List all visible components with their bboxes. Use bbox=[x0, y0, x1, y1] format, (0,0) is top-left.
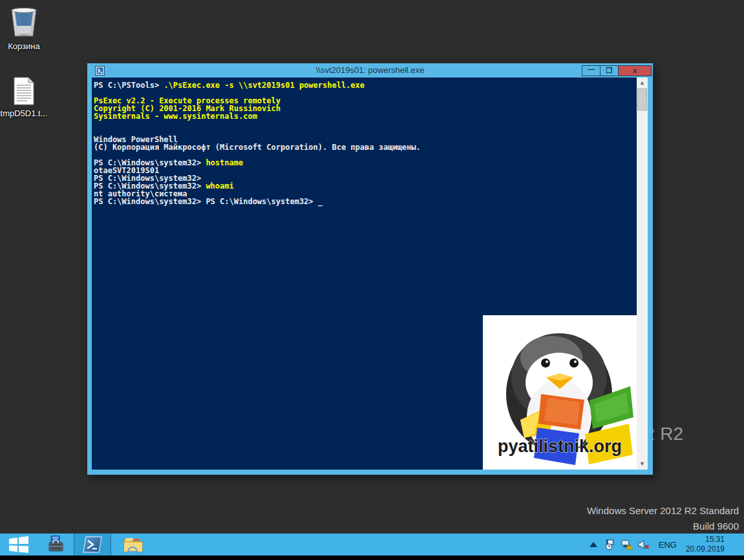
clock-time: 15:31 bbox=[686, 535, 725, 544]
powershell-window: \\svt2019s01: powershell.exe — ❒ x PS C:… bbox=[87, 63, 653, 475]
os-version-watermark: Windows Server 2012 R2 Standard Build 96… bbox=[587, 503, 739, 534]
console-text-segment: (C) Корпорация Майкрософт (Microsoft Cor… bbox=[94, 143, 421, 152]
network-warning-icon: ! bbox=[621, 539, 633, 550]
network-status-button[interactable]: ! bbox=[621, 539, 633, 550]
window-title: \\svt2019s01: powershell.exe bbox=[87, 65, 653, 75]
scrollbar-down-icon[interactable]: ▼ bbox=[637, 459, 648, 470]
pyatilistnik-logo: pyatilistnik.org bbox=[483, 315, 637, 470]
recycle-bin-icon bbox=[9, 6, 39, 39]
taskbar: ! ENG 15:31 20.09.2019 bbox=[0, 534, 744, 555]
windows-start-icon bbox=[8, 536, 29, 553]
clock-date: 20.09.2019 bbox=[686, 544, 725, 554]
minimize-glyph: — bbox=[588, 65, 595, 73]
console-text-segment: whoami bbox=[206, 181, 233, 191]
maximize-button[interactable]: ❒ bbox=[600, 65, 619, 76]
console-text-segment: PS C:\PSTools> bbox=[94, 81, 164, 90]
console-scrollbar[interactable]: ▲ ▼ bbox=[637, 78, 648, 470]
server-manager-icon bbox=[46, 535, 65, 554]
console-line: (C) Корпорация Майкрософт (Microsoft Cor… bbox=[94, 143, 421, 151]
file-explorer-icon bbox=[123, 536, 143, 553]
screen-edge-strip bbox=[0, 555, 744, 560]
console-line: PS C:\Windows\system32> PS C:\Windows\sy… bbox=[94, 198, 421, 205]
penguin-windows-logo-image: pyatilistnik.org bbox=[483, 315, 637, 470]
start-button[interactable] bbox=[0, 534, 37, 555]
console-line bbox=[94, 120, 421, 128]
chevron-up-icon bbox=[590, 542, 597, 547]
scrollbar-thumb[interactable] bbox=[637, 88, 647, 110]
os-version-line1: Windows Server 2012 R2 Standard bbox=[587, 503, 739, 519]
language-indicator[interactable]: ENG bbox=[655, 540, 681, 550]
taskbar-clock[interactable]: 15:31 20.09.2019 bbox=[686, 535, 725, 554]
powershell-icon bbox=[83, 536, 102, 553]
minimize-button[interactable]: — bbox=[582, 65, 601, 76]
taskbar-item-file-explorer[interactable] bbox=[114, 534, 153, 555]
console-line: Sysinternals - www.sysinternals.com bbox=[94, 112, 421, 120]
system-tray: ! ENG 15:31 20.09.2019 bbox=[588, 534, 744, 555]
console-text-segment: Sysinternals - www.sysinternals.com bbox=[94, 112, 257, 121]
volume-button[interactable] bbox=[638, 539, 650, 550]
action-center-button[interactable] bbox=[604, 539, 616, 550]
console-text-segment: hostname bbox=[206, 158, 243, 167]
console-cursor: _ bbox=[318, 197, 323, 206]
desktop: Корзина tmpD5D1.t... Windows Server 2012… bbox=[0, 0, 744, 560]
console-text-segment: PS C:\Windows\system32> PS C:\Windows\sy… bbox=[94, 197, 318, 206]
console-text-segment: .\PsExec.exe -s \\svt2019s01 powershell.… bbox=[164, 81, 365, 90]
logo-site-text: pyatilistnik.org bbox=[498, 437, 622, 456]
flag-clock-icon bbox=[604, 539, 616, 550]
close-glyph: x bbox=[633, 67, 637, 74]
desktop-icon-recycle-bin[interactable]: Корзина bbox=[0, 6, 48, 51]
desktop-icon-label: tmpD5D1.t... bbox=[0, 109, 48, 118]
os-version-line2: Build 9600 bbox=[587, 519, 739, 534]
desktop-icon-temp-file[interactable]: tmpD5D1.t... bbox=[0, 76, 48, 118]
scrollbar-up-icon[interactable]: ▲ bbox=[637, 78, 648, 88]
window-titlebar[interactable]: \\svt2019s01: powershell.exe — ❒ x bbox=[87, 63, 653, 78]
text-file-icon bbox=[12, 76, 36, 106]
console-output: PS C:\PSTools> .\PsExec.exe -s \\svt2019… bbox=[94, 81, 421, 205]
speaker-muted-icon bbox=[638, 539, 650, 550]
desktop-icon-label: Корзина bbox=[0, 41, 48, 51]
svg-text:!: ! bbox=[628, 544, 630, 549]
console-line: PS C:\PSTools> .\PsExec.exe -s \\svt2019… bbox=[94, 81, 421, 89]
close-button[interactable]: x bbox=[618, 65, 652, 76]
maximize-glyph: ❒ bbox=[606, 67, 613, 74]
taskbar-item-powershell-active[interactable] bbox=[74, 534, 111, 555]
taskbar-item-server-manager[interactable] bbox=[39, 534, 72, 555]
show-hidden-icons-button[interactable] bbox=[588, 539, 599, 550]
